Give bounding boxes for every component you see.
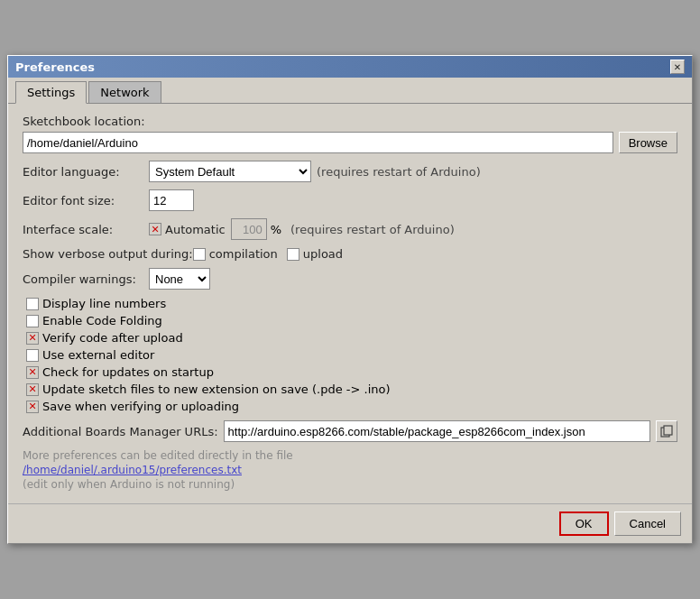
display-line-numbers-row: Display line numbers	[26, 297, 677, 310]
checkboxes-group: Display line numbers Enable Code Folding…	[26, 297, 677, 413]
boards-manager-input[interactable]	[224, 420, 650, 442]
ok-button[interactable]: OK	[559, 511, 609, 536]
editor-language-select-wrapper: System Default	[149, 161, 311, 182]
save-when-row: Save when verifying or uploading	[26, 400, 677, 413]
compilation-label: compilation	[209, 247, 278, 261]
sketchbook-label: Sketchbook location:	[23, 115, 677, 128]
preferences-dialog: Preferences ✕ Settings Network Sketchboo…	[7, 55, 693, 544]
prefs-file-link[interactable]: /home/daniel/.arduino15/preferences.txt	[23, 464, 677, 476]
dialog-title: Preferences	[15, 60, 95, 74]
verify-code-checkbox[interactable]	[26, 332, 39, 345]
more-prefs-section: More preferences can be edited directly …	[23, 449, 677, 491]
save-when-label: Save when verifying or uploading	[42, 400, 239, 413]
title-bar-buttons: ✕	[670, 60, 685, 74]
more-prefs-text: More preferences can be edited directly …	[23, 449, 677, 462]
browse-button[interactable]: Browse	[619, 132, 677, 153]
interface-scale-label: Interface scale:	[23, 223, 149, 236]
editor-font-label: Editor font size:	[23, 194, 149, 207]
upload-label: upload	[303, 247, 343, 261]
editor-language-row: Editor language: System Default (require…	[23, 161, 677, 182]
scale-note: (requires restart of Arduino)	[290, 223, 455, 236]
enable-code-folding-row: Enable Code Folding	[26, 314, 677, 327]
upload-checkbox[interactable]	[287, 248, 299, 261]
compiler-warnings-select-wrapper: None Default More All	[149, 268, 210, 290]
automatic-checkbox[interactable]	[149, 223, 161, 235]
tab-settings[interactable]: Settings	[15, 81, 87, 104]
compiler-warnings-row: Compiler warnings: None Default More All	[23, 268, 677, 290]
update-sketch-checkbox[interactable]	[26, 383, 39, 396]
settings-content: Sketchbook location: Browse Editor langu…	[8, 104, 692, 503]
compiler-warnings-select[interactable]: None Default More All	[149, 268, 210, 290]
interface-scale-row: Interface scale: Automatic % (requires r…	[23, 218, 677, 240]
automatic-label: Automatic	[165, 223, 226, 236]
close-button[interactable]: ✕	[670, 60, 685, 74]
display-line-numbers-checkbox[interactable]	[26, 298, 39, 310]
sketchbook-row: Browse	[23, 132, 677, 153]
update-sketch-row: Update sketch files to new extension on …	[26, 382, 677, 396]
verbose-label: Show verbose output during:	[23, 247, 193, 261]
enable-code-folding-checkbox[interactable]	[26, 315, 39, 327]
display-line-numbers-label: Display line numbers	[42, 297, 166, 310]
cancel-button[interactable]: Cancel	[614, 511, 681, 536]
verbose-row: Show verbose output during: compilation …	[23, 247, 677, 261]
boards-manager-label: Additional Boards Manager URLs:	[23, 425, 218, 438]
copy-url-button[interactable]	[656, 420, 677, 442]
enable-code-folding-label: Enable Code Folding	[42, 314, 162, 327]
footer: OK Cancel	[8, 503, 692, 543]
copy-icon	[660, 425, 673, 438]
use-external-editor-label: Use external editor	[42, 348, 154, 362]
compilation-checkbox[interactable]	[193, 248, 206, 261]
scale-input[interactable]	[231, 218, 267, 240]
use-external-editor-checkbox[interactable]	[26, 349, 39, 362]
editor-language-select[interactable]: System Default	[149, 161, 311, 182]
editor-language-note: (requires restart of Arduino)	[317, 165, 481, 179]
check-updates-checkbox[interactable]	[26, 366, 39, 379]
check-updates-row: Check for updates on startup	[26, 365, 677, 379]
compiler-warnings-label: Compiler warnings:	[23, 272, 149, 286]
edit-note: (edit only when Arduino is not running)	[23, 478, 677, 491]
tabs-row: Settings Network	[8, 78, 692, 104]
editor-font-row: Editor font size:	[23, 189, 677, 211]
title-bar: Preferences ✕	[8, 56, 692, 78]
editor-font-input[interactable]	[149, 189, 194, 211]
check-updates-label: Check for updates on startup	[42, 365, 214, 379]
tab-network[interactable]: Network	[88, 81, 161, 103]
verify-code-label: Verify code after upload	[42, 331, 183, 345]
use-external-editor-row: Use external editor	[26, 348, 677, 362]
editor-language-label: Editor language:	[23, 165, 149, 179]
sketchbook-input[interactable]	[23, 132, 613, 153]
scale-unit: %	[271, 223, 281, 236]
save-when-checkbox[interactable]	[26, 401, 39, 413]
boards-manager-row: Additional Boards Manager URLs:	[23, 420, 677, 442]
update-sketch-label: Update sketch files to new extension on …	[42, 382, 391, 396]
svg-rect-1	[664, 426, 672, 435]
verify-code-row: Verify code after upload	[26, 331, 677, 345]
